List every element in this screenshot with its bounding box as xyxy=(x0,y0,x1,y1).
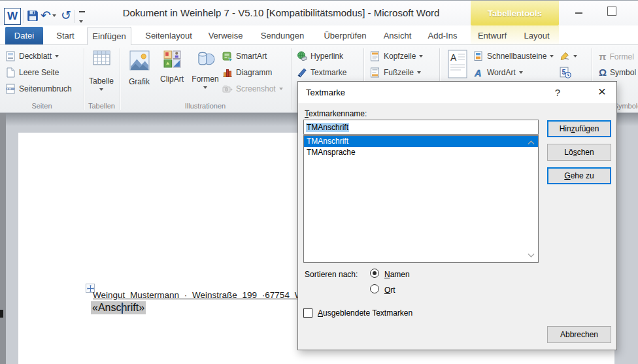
gehe-zu-button[interactable]: Gehe zu xyxy=(547,167,611,184)
kopfzeile-button[interactable]: Kopfzeile xyxy=(370,51,423,61)
fusszeile-icon xyxy=(370,67,380,78)
tabellentools-header: Tabellentools xyxy=(471,1,559,25)
tab-sendungen[interactable]: Sendungen xyxy=(256,27,309,44)
schnellbausteine-button[interactable]: Schnellbausteine xyxy=(473,51,554,61)
grafik-button[interactable]: Grafik xyxy=(123,50,156,86)
datum-uhrzeit-button[interactable]: 5 xyxy=(560,67,571,80)
datum-uhrzeit-icon: 5 xyxy=(560,67,571,80)
screenshot-button: Screenshot xyxy=(222,84,283,94)
clipart-button[interactable]: ClipArt xyxy=(156,50,188,84)
left-edge-notch xyxy=(0,310,3,318)
input-selected-text: TMAnschrift xyxy=(306,123,349,132)
group-separator xyxy=(120,48,120,110)
list-item[interactable]: TMAnsprache xyxy=(304,147,538,158)
leere-seite-icon xyxy=(5,67,16,78)
radio-ort[interactable] xyxy=(370,284,379,293)
close-icon[interactable]: × xyxy=(598,84,606,99)
scroll-down-icon[interactable] xyxy=(528,253,535,257)
tabelle-button[interactable]: Tabelle xyxy=(85,50,118,91)
deckblatt-icon xyxy=(5,51,16,61)
group-separator xyxy=(84,48,84,110)
tab-ueberpruefen[interactable]: Überprüfen xyxy=(318,27,373,44)
textmarken-list[interactable]: TMAnschrift TMAnsprache xyxy=(303,135,539,263)
hyperlink-button[interactable]: Hyperlink xyxy=(297,51,343,61)
tab-entwurf[interactable]: Entwurf xyxy=(475,27,510,44)
formel-icon: π xyxy=(599,51,606,62)
tab-einfuegen[interactable]: Einfügen xyxy=(87,27,131,45)
window-title: Dokument in Weinhelp 7 - V5.10 [Kompatib… xyxy=(98,7,464,18)
ausgeblendete-checkbox[interactable] xyxy=(303,308,312,318)
kopfzeile-icon xyxy=(370,51,380,61)
hyperlink-icon xyxy=(297,51,307,61)
ribbon-tab-row: Datei Start Einfügen Seitenlayout Verwei… xyxy=(0,25,638,44)
save-icon[interactable] xyxy=(27,10,39,24)
minimize-icon[interactable] xyxy=(575,12,582,14)
tab-verweise[interactable]: Verweise xyxy=(203,27,248,44)
tab-ansicht[interactable]: Ansicht xyxy=(380,27,414,44)
wordart-icon: A xyxy=(473,67,484,78)
word-logo-icon[interactable]: W xyxy=(4,8,21,25)
radio-namen-label[interactable]: Namen xyxy=(384,270,410,279)
wordart-button[interactable]: A WordArt xyxy=(473,67,523,78)
leere-seite-button[interactable]: Leere Seite xyxy=(5,67,59,78)
redo-icon[interactable]: ↺ xyxy=(61,9,71,22)
screenshot-icon xyxy=(222,84,233,94)
title-bar: W ↶ ↺ Dokument in Weinhelp 7 - V5.10 [Ko… xyxy=(0,1,638,25)
loeschen-button[interactable]: Löschen xyxy=(547,144,611,161)
textmarke-button[interactable]: Textmarke xyxy=(297,67,346,78)
symbol-button[interactable]: Ω Symbol xyxy=(599,67,636,78)
seitenumbruch-icon xyxy=(5,84,16,94)
textmarke-dialog: Textmarke ? × Textmarkenname: TMAnschrif… xyxy=(297,81,617,350)
radio-ort-label[interactable]: Ort xyxy=(384,286,395,295)
merge-field-anschrift[interactable]: «Anschrift» xyxy=(91,301,146,314)
group-separator xyxy=(291,48,292,110)
scroll-up-icon[interactable] xyxy=(528,141,535,145)
seitenumbruch-button[interactable]: Seitenumbruch xyxy=(5,84,72,94)
address-line-text[interactable]: Weingut Mustermann · Weinstraße 199 ·677… xyxy=(93,290,310,300)
tab-start[interactable]: Start xyxy=(46,27,85,44)
textfeld-icon: A xyxy=(448,50,467,80)
radio-namen[interactable] xyxy=(370,269,379,278)
textmarkenname-input[interactable]: TMAnschrift xyxy=(303,120,539,135)
qat-separator xyxy=(24,10,24,23)
help-icon[interactable]: ? xyxy=(555,87,560,98)
schnellbausteine-icon xyxy=(473,51,484,61)
maximize-icon[interactable] xyxy=(607,7,616,16)
tabellentools-label: Tabellentools xyxy=(488,8,542,18)
formel-button: π Formel xyxy=(599,51,634,62)
sortieren-nach-label: Sortieren nach: xyxy=(305,270,358,279)
clipart-icon xyxy=(163,50,181,70)
signaturzeile-button[interactable] xyxy=(560,51,577,61)
grafik-icon xyxy=(129,50,150,73)
group-label-seiten: Seiten xyxy=(0,102,84,110)
textmarkenname-label: Textmarkenname: xyxy=(305,109,367,118)
qat-separator xyxy=(75,10,75,23)
tabelle-icon xyxy=(93,50,110,67)
svg-text:A: A xyxy=(474,68,481,78)
fusszeile-button[interactable]: Fußzeile xyxy=(370,67,421,78)
svg-text:A: A xyxy=(450,52,457,63)
diagramm-button[interactable]: Diagramm xyxy=(222,67,272,78)
tab-datei[interactable]: Datei xyxy=(5,27,43,44)
tab-addins[interactable]: Add-Ins xyxy=(424,27,462,44)
group-label-tabellen: Tabellen xyxy=(84,102,120,110)
smartart-button[interactable]: SmartArt xyxy=(222,51,267,61)
hinzufuegen-button[interactable]: Hinzufügen xyxy=(547,120,611,137)
text-cursor xyxy=(122,303,123,314)
diagramm-icon xyxy=(222,67,233,78)
formen-icon xyxy=(196,50,215,70)
tab-seitenlayout[interactable]: Seitenlayout xyxy=(137,27,200,44)
ausgeblendete-checkbox-label[interactable]: Ausgeblendete Textmarken xyxy=(318,308,412,318)
textmarke-icon xyxy=(297,67,307,78)
undo-icon[interactable]: ↶ xyxy=(41,9,51,22)
undo-dropdown-icon[interactable] xyxy=(52,14,56,17)
tab-layout[interactable]: Layout xyxy=(519,27,554,44)
deckblatt-button[interactable]: Deckblatt xyxy=(5,51,59,61)
abbrechen-button[interactable]: Abbrechen xyxy=(547,326,611,343)
qat-customize-icon[interactable] xyxy=(79,11,85,25)
formen-button[interactable]: Formen xyxy=(188,50,222,89)
dialog-title: Textmarke xyxy=(306,88,345,97)
list-item[interactable]: TMAnschrift xyxy=(304,136,538,147)
left-edge-strip xyxy=(0,113,6,364)
dialog-title-bar[interactable]: Textmarke ? × xyxy=(298,82,616,103)
